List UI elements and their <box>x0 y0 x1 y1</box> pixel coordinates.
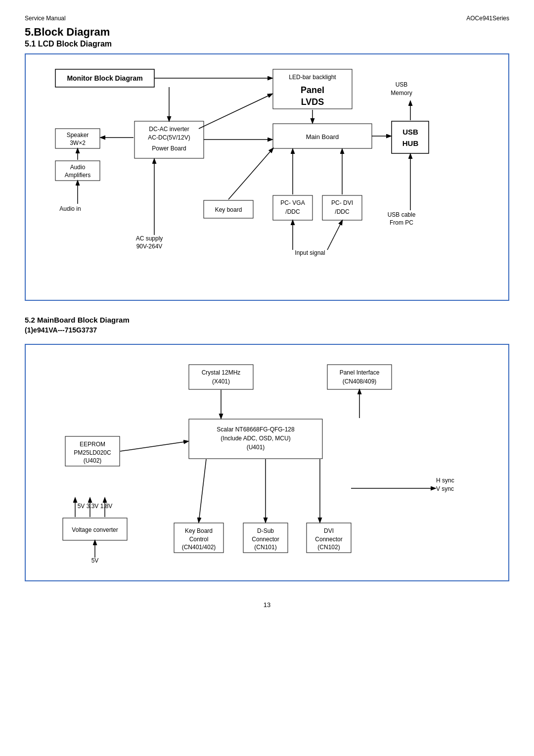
section5-title: 5.Block Diagram <box>25 26 509 39</box>
lcd-diagram-svg: Monitor Block Diagram LED-bar backlight … <box>36 64 498 297</box>
section51-title: 5.1 LCD Block Diagram <box>25 40 509 48</box>
svg-text:HUB: HUB <box>402 139 419 147</box>
svg-text:Amplifiers: Amplifiers <box>65 172 91 179</box>
svg-text:90V-264V: 90V-264V <box>136 243 163 250</box>
svg-text:AC supply: AC supply <box>136 235 163 242</box>
svg-text:Key board: Key board <box>215 206 242 213</box>
svg-text:Audio in: Audio in <box>59 205 81 212</box>
header-right: AOCe941Series <box>466 15 509 22</box>
svg-text:USB cable: USB cable <box>388 211 416 218</box>
svg-text:V sync: V sync <box>436 485 454 492</box>
svg-text:PC- DVI: PC- DVI <box>331 199 353 206</box>
svg-text:Main Board: Main Board <box>306 133 339 141</box>
svg-text:From PC: From PC <box>390 219 413 226</box>
svg-text:Monitor Block Diagram: Monitor Block Diagram <box>67 74 142 82</box>
svg-text:Audio: Audio <box>70 164 86 171</box>
svg-text:USB: USB <box>402 128 418 136</box>
svg-text:(U401): (U401) <box>247 444 265 451</box>
svg-text:/DDC: /DDC <box>335 208 350 215</box>
page-number: 13 <box>25 601 509 609</box>
svg-text:PC- VGA: PC- VGA <box>280 199 305 206</box>
svg-text:D-Sub: D-Sub <box>257 527 274 534</box>
svg-text:Power Board: Power Board <box>152 145 186 152</box>
svg-text:(U402): (U402) <box>84 457 102 464</box>
svg-text:Connector: Connector <box>252 536 279 543</box>
svg-text:AC-DC(5V/12V): AC-DC(5V/12V) <box>148 134 190 141</box>
svg-text:(Include ADC, OSD, MCU): (Include ADC, OSD, MCU) <box>221 435 290 442</box>
svg-text:Key Board: Key Board <box>185 527 213 534</box>
svg-text:Scalar NT68668FG-QFG-128: Scalar NT68668FG-QFG-128 <box>217 426 295 433</box>
svg-text:DC-AC inverter: DC-AC inverter <box>149 126 189 133</box>
svg-text:Voltage converter: Voltage converter <box>72 526 118 533</box>
svg-text:LED-bar backlight: LED-bar backlight <box>289 74 336 81</box>
svg-text:Connector: Connector <box>315 536 342 543</box>
svg-text:(CN101): (CN101) <box>254 544 276 551</box>
mainboard-block-diagram: Crystal 12MHz (X401) Panel Interface (CN… <box>25 344 509 581</box>
svg-line-53 <box>199 94 272 129</box>
svg-text:(X401): (X401) <box>212 378 230 385</box>
svg-line-89 <box>199 459 206 522</box>
svg-text:(CN408/409): (CN408/409) <box>343 378 377 385</box>
mainboard-diagram-svg: Crystal 12MHz (X401) Panel Interface (CN… <box>36 355 498 582</box>
page-header: Service Manual AOCe941Series <box>25 15 509 22</box>
svg-text:PM25LD020C: PM25LD020C <box>74 449 111 456</box>
svg-text:USB: USB <box>396 81 408 88</box>
svg-line-52 <box>327 221 342 250</box>
lcd-block-diagram: Monitor Block Diagram LED-bar backlight … <box>25 53 509 301</box>
svg-rect-54 <box>189 365 253 389</box>
svg-text:LVDS: LVDS <box>301 97 324 107</box>
svg-line-48 <box>228 148 273 199</box>
svg-text:Input signal: Input signal <box>295 249 325 256</box>
svg-line-88 <box>120 441 188 451</box>
header-left: Service Manual <box>25 15 66 22</box>
section52-subtitle: (1)e941VA---715G3737 <box>25 326 509 334</box>
svg-text:Memory: Memory <box>391 90 412 96</box>
svg-text:3W×2: 3W×2 <box>70 140 86 146</box>
svg-text:5V 3.3V 1.8V: 5V 3.3V 1.8V <box>78 503 113 510</box>
svg-text:Panel: Panel <box>301 85 324 95</box>
svg-text:Panel Interface: Panel Interface <box>340 369 380 376</box>
svg-text:/DDC: /DDC <box>285 208 300 215</box>
svg-text:EEPROM: EEPROM <box>80 441 105 448</box>
svg-text:5V: 5V <box>91 557 99 564</box>
svg-rect-57 <box>327 365 392 389</box>
svg-text:DVI: DVI <box>324 527 334 534</box>
svg-text:Crystal 12MHz: Crystal 12MHz <box>202 369 241 376</box>
svg-rect-17 <box>392 121 429 153</box>
svg-text:Speaker: Speaker <box>67 132 89 139</box>
svg-text:(CN401/402): (CN401/402) <box>182 544 216 551</box>
svg-text:H sync: H sync <box>436 477 454 484</box>
section52-title: 5.2 MainBoard Block Diagram <box>25 316 509 324</box>
svg-text:(CN102): (CN102) <box>317 544 340 551</box>
svg-text:Control: Control <box>189 536 209 543</box>
